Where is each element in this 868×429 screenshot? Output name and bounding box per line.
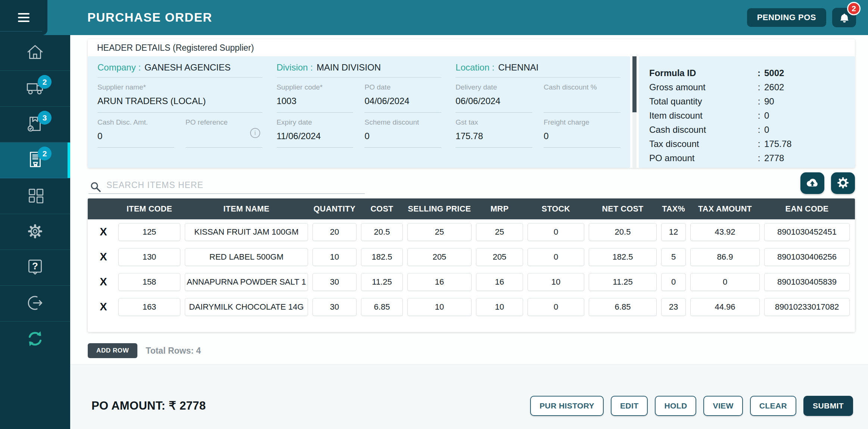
tax-amount-input[interactable] [690,248,760,266]
item-code-input[interactable] [118,298,180,316]
purchase-order-count-badge: 2 [38,147,52,160]
hamburger-icon [18,13,29,22]
company-label: Company : [97,62,141,73]
notifications-button[interactable]: 2 [832,8,856,27]
cost-input[interactable] [361,273,403,291]
net-cost-input[interactable] [589,223,657,241]
header-details-body: Company : GANESH AGENCIES Supplier name*… [88,56,855,168]
cost-input[interactable] [361,248,403,266]
cash-discount-pct-field[interactable]: Cash discount % [544,83,620,113]
sidebar-item-home[interactable] [0,35,70,71]
tax-pct-input[interactable] [661,273,686,291]
sidebar-item-sync[interactable] [0,322,70,357]
delete-row-button[interactable]: X [93,276,114,287]
edit-button[interactable]: EDIT [611,396,648,416]
stock-input[interactable] [528,248,584,266]
upload-button[interactable] [800,172,824,194]
tax-pct-input[interactable] [661,248,686,266]
expiry-date-field[interactable]: Expiry date 11/06/2024 [277,118,354,148]
table-settings-button[interactable] [831,172,855,194]
selling-price-input[interactable] [407,223,472,241]
panel-scrollbar[interactable] [632,56,637,168]
sidebar: 2 3 2 [0,35,70,429]
submit-button[interactable]: SUBMIT [803,396,853,416]
selling-price-input[interactable] [407,273,472,291]
menu-toggle-button[interactable] [0,0,47,35]
sidebar-item-apps[interactable] [0,178,70,214]
clear-button[interactable]: CLEAR [750,396,796,416]
quantity-input[interactable] [312,273,357,291]
formula-row: Gross amount:2602 [649,80,855,94]
formula-row: Total quantity:90 [649,94,855,109]
mrp-input[interactable] [476,248,523,266]
help-icon: ? [25,257,45,279]
pur-history-button[interactable]: PUR HISTORY [530,396,604,416]
hold-button[interactable]: HOLD [655,396,696,416]
ean-code-input[interactable] [764,223,850,241]
mrp-input[interactable] [476,223,523,241]
quantity-input[interactable] [312,248,357,266]
quantity-input[interactable] [312,298,357,316]
pending-pos-button[interactable]: PENDING POS [747,8,826,27]
delete-row-button[interactable]: X [93,301,114,312]
formula-row: PO amount:2778 [649,151,855,165]
supplier-code-field[interactable]: Supplier code* 1003 [277,83,354,113]
item-name-input[interactable] [185,248,308,266]
item-code-input[interactable] [118,273,180,291]
sidebar-item-goods-receipt[interactable]: 3 [0,107,70,143]
selling-price-input[interactable] [407,298,472,316]
page-title: PURCHASE ORDER [87,10,212,25]
tax-amount-input[interactable] [690,223,760,241]
ean-code-input[interactable] [764,248,850,266]
cost-input[interactable] [361,298,403,316]
selling-price-input[interactable] [407,248,472,266]
po-header-fields-panel: Company : GANESH AGENCIES Supplier name*… [88,56,630,168]
cloud-upload-icon [805,175,820,192]
po-reference-field[interactable]: PO reference i [186,118,262,148]
tax-pct-input[interactable] [661,298,686,316]
tax-pct-input[interactable] [661,223,686,241]
net-cost-input[interactable] [589,298,657,316]
stock-input[interactable] [528,273,584,291]
sidebar-item-logout[interactable] [0,286,70,322]
po-date-field[interactable]: PO date 04/06/2024 [364,83,441,113]
freight-charge-field[interactable]: Freight charge 0 [544,118,620,148]
cash-disc-amt-field[interactable]: Cash Disc. Amt. 0 [97,118,174,148]
home-icon [25,42,45,64]
item-name-input[interactable] [185,298,308,316]
supplier-name-field[interactable]: Supplier name* ARUN TRADERS (LOCAL) [97,83,262,113]
table-row: X [88,269,855,294]
ean-code-input[interactable] [764,298,850,316]
notification-count-badge: 2 [847,2,861,15]
gst-tax-field[interactable]: Gst tax 175.78 [455,118,532,148]
scrollbar-thumb[interactable] [632,56,637,112]
sidebar-item-deliveries[interactable]: 2 [0,71,70,107]
tax-amount-input[interactable] [690,298,760,316]
item-code-input[interactable] [118,223,180,241]
item-name-input[interactable] [185,273,308,291]
tax-amount-input[interactable] [690,273,760,291]
cost-input[interactable] [361,223,403,241]
location-heading: Location : CHENNAI [455,62,620,78]
net-cost-input[interactable] [589,273,657,291]
net-cost-input[interactable] [589,248,657,266]
sidebar-item-settings[interactable] [0,214,70,250]
delivery-date-field[interactable]: Delivery date 06/06/2024 [455,83,532,113]
mrp-input[interactable] [476,298,523,316]
delete-row-button[interactable]: X [93,251,114,262]
scheme-discount-field[interactable]: Scheme discount 0 [364,118,441,148]
add-row-button[interactable]: ADD ROW [88,343,137,358]
sidebar-item-help[interactable]: ? [0,250,70,286]
delete-row-button[interactable]: X [93,226,114,237]
quantity-input[interactable] [312,223,357,241]
sidebar-item-purchase-order[interactable]: 2 [0,143,70,178]
item-name-input[interactable] [185,223,308,241]
item-code-input[interactable] [118,248,180,266]
view-button[interactable]: VIEW [703,396,743,416]
ean-code-input[interactable] [764,273,850,291]
footer-bar: PO AMOUNT: ₹ 2778 PUR HISTORY EDIT HOLD … [70,364,868,429]
stock-input[interactable] [528,298,584,316]
stock-input[interactable] [528,223,584,241]
search-items-input[interactable] [88,177,365,194]
mrp-input[interactable] [476,273,523,291]
